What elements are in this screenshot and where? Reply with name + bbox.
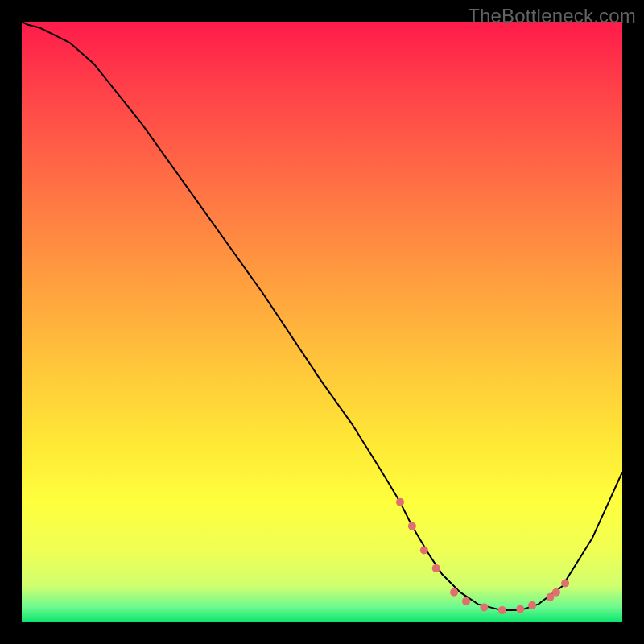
marker-dot xyxy=(528,601,536,609)
marker-dot xyxy=(420,547,428,555)
marker-dot xyxy=(396,498,404,506)
marker-dot xyxy=(561,580,569,588)
chart-frame: TheBottleneck.com xyxy=(0,0,644,644)
marker-dot xyxy=(462,597,470,605)
marker-dot xyxy=(450,588,458,597)
bottleneck-curve xyxy=(22,22,622,610)
chart-svg xyxy=(22,22,622,622)
marker-dot xyxy=(552,588,560,597)
marker-dot xyxy=(498,606,506,614)
marker-group xyxy=(396,498,569,614)
marker-dot xyxy=(432,564,440,572)
marker-dot xyxy=(516,605,524,613)
plot-area xyxy=(22,22,622,622)
marker-dot xyxy=(480,603,488,611)
watermark-text: TheBottleneck.com xyxy=(468,5,636,27)
marker-dot xyxy=(408,522,416,530)
